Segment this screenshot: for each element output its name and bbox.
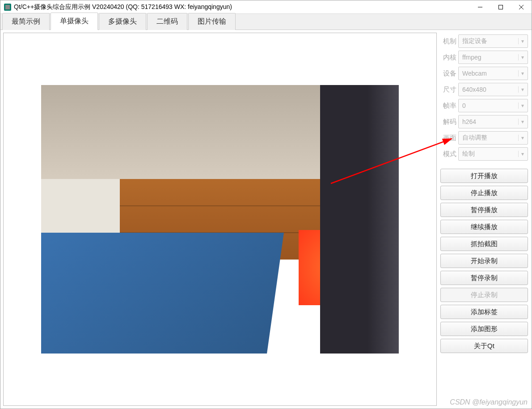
setting-select-0[interactable]: 指定设备▾: [458, 34, 528, 48]
content-area: 机制指定设备▾内核ffmpeg▾设备Webcam▾尺寸640x480▾帧率0▾解…: [0, 30, 532, 409]
tab-4[interactable]: 图片传输: [188, 13, 236, 30]
tab-2[interactable]: 多摄像头: [99, 13, 146, 30]
setting-label-1: 内核: [440, 53, 456, 62]
sidebar: 机制指定设备▾内核ffmpeg▾设备Webcam▾尺寸640x480▾帧率0▾解…: [439, 33, 529, 406]
app-icon: [4, 4, 11, 11]
action-button-3[interactable]: 继续播放: [440, 220, 528, 234]
setting-select-4[interactable]: 0▾: [458, 99, 528, 112]
minimize-button[interactable]: [470, 0, 490, 14]
setting-row-4: 帧率0▾: [440, 99, 528, 112]
action-button-6[interactable]: 暂停录制: [440, 271, 528, 285]
chevron-down-icon: ▾: [518, 38, 524, 44]
setting-value-2: Webcam: [462, 70, 487, 77]
setting-label-4: 帧率: [440, 102, 456, 110]
app-window: Qt/C++摄像头综合应用示例 V20240420 (QQ: 517216493…: [0, 0, 532, 409]
setting-select-6[interactable]: 自动调整▾: [458, 131, 528, 145]
close-button[interactable]: [511, 0, 532, 14]
action-button-5[interactable]: 开始录制: [440, 254, 528, 268]
setting-label-5: 解码: [440, 118, 456, 126]
minimize-icon: [478, 5, 482, 9]
setting-row-3: 尺寸640x480▾: [440, 83, 528, 96]
action-button-0[interactable]: 打开播放: [440, 169, 528, 183]
tabbar: 最简示例单摄像头多摄像头二维码图片传输: [0, 14, 532, 30]
close-icon: [519, 5, 524, 9]
titlebar: Qt/C++摄像头综合应用示例 V20240420 (QQ: 517216493…: [0, 0, 532, 14]
camera-frame: [41, 85, 399, 354]
setting-value-1: ffmpeg: [462, 54, 481, 61]
setting-value-5: h264: [462, 118, 476, 125]
setting-select-1[interactable]: ffmpeg▾: [458, 51, 528, 64]
setting-label-6: 画面: [440, 134, 456, 142]
setting-value-0: 指定设备: [462, 37, 487, 45]
chevron-down-icon: ▾: [518, 54, 524, 60]
setting-value-3: 640x480: [462, 86, 486, 93]
window-title: Qt/C++摄像头综合应用示例 V20240420 (QQ: 517216493…: [14, 3, 470, 11]
setting-value-7: 绘制: [462, 150, 475, 158]
tab-3[interactable]: 二维码: [147, 13, 187, 30]
action-button-9[interactable]: 添加图形: [440, 322, 528, 336]
window-controls: [470, 0, 532, 14]
setting-select-7[interactable]: 绘制▾: [458, 147, 528, 161]
chevron-down-icon: ▾: [518, 119, 524, 125]
setting-row-2: 设备Webcam▾: [440, 67, 528, 80]
setting-value-4: 0: [462, 102, 466, 109]
action-button-7: 停止录制: [440, 288, 528, 302]
action-button-1[interactable]: 停止播放: [440, 186, 528, 200]
setting-row-6: 画面自动调整▾: [440, 131, 528, 145]
setting-select-3[interactable]: 640x480▾: [458, 83, 528, 96]
setting-label-0: 机制: [440, 37, 456, 46]
action-button-8[interactable]: 添加标签: [440, 305, 528, 319]
tab-0[interactable]: 最简示例: [2, 13, 50, 30]
setting-row-0: 机制指定设备▾: [440, 34, 528, 48]
maximize-icon: [498, 5, 503, 9]
chevron-down-icon: ▾: [518, 70, 524, 77]
chevron-down-icon: ▾: [518, 135, 524, 141]
setting-label-3: 尺寸: [440, 85, 456, 94]
setting-value-6: 自动调整: [462, 134, 487, 142]
action-button-2[interactable]: 暂停播放: [440, 203, 528, 217]
setting-select-5[interactable]: h264▾: [458, 115, 528, 128]
tab-1[interactable]: 单摄像头: [51, 13, 98, 30]
chevron-down-icon: ▾: [518, 86, 524, 93]
setting-row-7: 模式绘制▾: [440, 147, 528, 161]
action-button-4[interactable]: 抓拍截图: [440, 237, 528, 251]
setting-label-2: 设备: [440, 69, 456, 78]
action-button-10[interactable]: 关于Qt: [440, 339, 528, 353]
chevron-down-icon: ▾: [518, 102, 524, 109]
svg-rect-1: [499, 5, 503, 9]
setting-row-1: 内核ffmpeg▾: [440, 51, 528, 64]
setting-row-5: 解码h264▾: [440, 115, 528, 128]
maximize-button[interactable]: [490, 0, 511, 14]
chevron-down-icon: ▾: [518, 151, 524, 157]
camera-scene: [41, 85, 399, 354]
setting-label-7: 模式: [440, 150, 456, 158]
video-pane: [3, 33, 437, 406]
setting-select-2[interactable]: Webcam▾: [458, 67, 528, 80]
